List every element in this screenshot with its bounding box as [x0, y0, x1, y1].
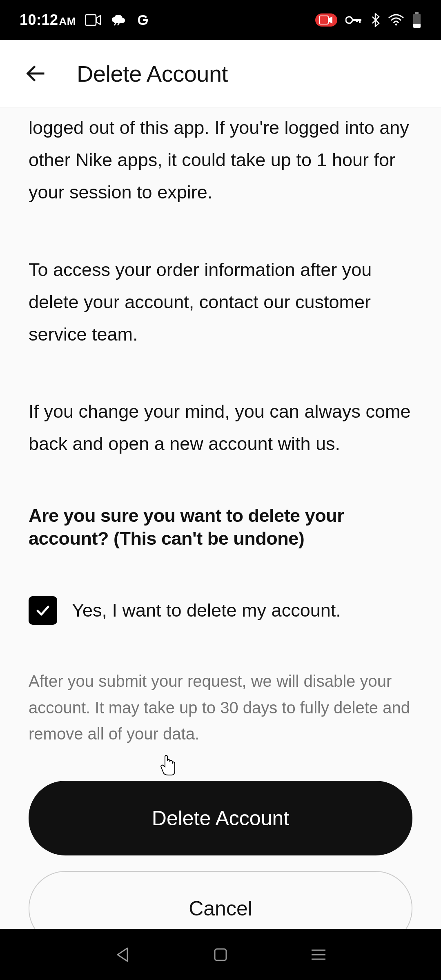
nav-home-button[interactable] — [208, 942, 233, 967]
menu-recent-icon — [311, 949, 326, 961]
content-area: logged out of this app. If you're logged… — [0, 107, 441, 929]
status-left: 10:12AM — [20, 11, 150, 29]
svg-rect-9 — [413, 24, 421, 28]
confirm-checkbox[interactable] — [29, 596, 57, 625]
google-icon — [136, 13, 150, 27]
app-header: Delete Account — [0, 40, 441, 107]
system-nav-bar — [0, 929, 441, 980]
info-paragraph-2: To access your order information after y… — [29, 254, 412, 351]
time-value: 10:12 — [20, 11, 58, 28]
page-title: Delete Account — [77, 60, 228, 87]
cancel-button[interactable]: Cancel — [29, 871, 412, 929]
delete-account-button-label: Delete Account — [152, 806, 289, 830]
status-time: 10:12AM — [20, 11, 76, 29]
svg-rect-5 — [356, 19, 358, 22]
battery-icon — [412, 12, 421, 28]
status-right — [315, 12, 421, 28]
time-ampm: AM — [59, 15, 76, 27]
confirm-question: Are you sure you want to delete your acc… — [29, 504, 412, 550]
cancel-button-label: Cancel — [189, 897, 252, 920]
svg-point-2 — [346, 17, 352, 23]
triangle-back-icon — [115, 947, 130, 963]
arrow-left-icon — [24, 61, 48, 86]
wifi-icon — [388, 14, 404, 26]
cloud-icon — [110, 14, 127, 26]
record-icon — [315, 13, 337, 27]
info-paragraph-3: If you change your mind, you can always … — [29, 395, 412, 460]
key-icon — [345, 16, 363, 24]
status-bar: 10:12AM — [0, 0, 441, 40]
check-icon — [34, 602, 51, 619]
svg-rect-7 — [415, 12, 419, 14]
svg-rect-1 — [319, 16, 328, 24]
svg-rect-0 — [85, 15, 96, 25]
back-button[interactable] — [20, 57, 52, 90]
info-paragraph-1: logged out of this app. If you're logged… — [29, 111, 412, 209]
svg-rect-4 — [359, 19, 361, 23]
square-home-icon — [213, 947, 228, 962]
disclaimer-text: After you submit your request, we will d… — [29, 668, 412, 747]
confirm-checkbox-label: Yes, I want to delete my account. — [72, 599, 341, 623]
nav-recent-button[interactable] — [306, 942, 331, 967]
delete-account-button[interactable]: Delete Account — [29, 781, 412, 855]
bluetooth-icon — [371, 13, 380, 27]
confirm-checkbox-row: Yes, I want to delete my account. — [29, 596, 412, 625]
svg-point-6 — [395, 24, 397, 26]
svg-rect-10 — [215, 949, 226, 960]
nav-back-button[interactable] — [110, 942, 135, 967]
video-camera-icon — [85, 14, 101, 26]
